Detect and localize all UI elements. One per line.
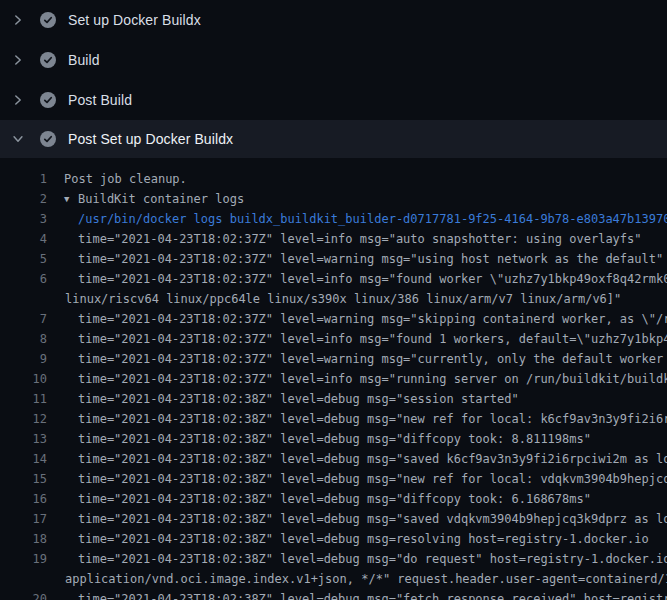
log-line: 5 time="2021-04-23T18:02:37Z" level=warn… bbox=[0, 249, 667, 269]
step-label: Post Set up Docker Buildx bbox=[68, 131, 233, 147]
log-indent bbox=[47, 549, 78, 569]
log-line-text: linux/riscv64 linux/ppc64le linux/s390x … bbox=[65, 289, 621, 309]
log-line-text: time="2021-04-23T18:02:38Z" level=debug … bbox=[78, 589, 667, 600]
log-line-text: time="2021-04-23T18:02:38Z" level=debug … bbox=[78, 509, 667, 529]
log-indent bbox=[47, 249, 78, 269]
log-line-number[interactable]: 17 bbox=[0, 509, 47, 529]
log-indent bbox=[47, 289, 65, 309]
log-line: application/vnd.oci.image.index.v1+json,… bbox=[0, 569, 667, 589]
log-line: 15 time="2021-04-23T18:02:38Z" level=deb… bbox=[0, 469, 667, 489]
log-line: 4 time="2021-04-23T18:02:37Z" level=info… bbox=[0, 229, 667, 249]
log-line-number[interactable]: 11 bbox=[0, 389, 47, 409]
log-line-text: time="2021-04-23T18:02:37Z" level=info m… bbox=[78, 329, 667, 349]
log-line: 3 /usr/bin/docker logs buildx_buildkit_b… bbox=[0, 209, 667, 229]
log-indent bbox=[47, 349, 78, 369]
step-header-row[interactable]: Post Set up Docker Buildx bbox=[0, 120, 667, 158]
log-line-number[interactable]: 10 bbox=[0, 369, 47, 389]
log-line-text: time="2021-04-23T18:02:38Z" level=debug … bbox=[78, 469, 667, 489]
step-label: Set up Docker Buildx bbox=[68, 12, 201, 28]
log-indent bbox=[47, 309, 78, 329]
log-line-number[interactable]: 3 bbox=[0, 209, 47, 229]
log-line-number[interactable]: 15 bbox=[0, 469, 47, 489]
log-line-text: time="2021-04-23T18:02:38Z" level=debug … bbox=[78, 409, 667, 429]
log-line-number[interactable]: 9 bbox=[0, 349, 47, 369]
log-line-text: time="2021-04-23T18:02:37Z" level=info m… bbox=[78, 369, 667, 389]
check-circle-icon bbox=[40, 131, 56, 147]
log-line-number[interactable]: 1 bbox=[0, 169, 47, 189]
log-line-text: application/vnd.oci.image.index.v1+json,… bbox=[65, 569, 667, 589]
check-circle-icon bbox=[40, 12, 56, 28]
log-line-text: time="2021-04-23T18:02:38Z" level=debug … bbox=[78, 489, 591, 509]
log-line-text: time="2021-04-23T18:02:37Z" level=info m… bbox=[78, 269, 667, 289]
log-line-text: time="2021-04-23T18:02:37Z" level=warnin… bbox=[78, 349, 667, 369]
log-line-text: time="2021-04-23T18:02:38Z" level=debug … bbox=[78, 549, 667, 569]
log-line-number[interactable]: 14 bbox=[0, 449, 47, 469]
log-line-text: time="2021-04-23T18:02:38Z" level=debug … bbox=[78, 449, 667, 469]
log-indent bbox=[47, 229, 78, 249]
log-line-text: /usr/bin/docker logs buildx_buildkit_bui… bbox=[78, 209, 667, 229]
log-line: 11 time="2021-04-23T18:02:38Z" level=deb… bbox=[0, 389, 667, 409]
log-line: 18 time="2021-04-23T18:02:38Z" level=deb… bbox=[0, 529, 667, 549]
log-line-number[interactable]: 4 bbox=[0, 229, 47, 249]
log-indent bbox=[47, 529, 78, 549]
log-indent bbox=[47, 509, 78, 529]
group-collapse-icon[interactable]: ▼ bbox=[47, 189, 78, 209]
log-indent bbox=[47, 489, 78, 509]
log-line: 12 time="2021-04-23T18:02:38Z" level=deb… bbox=[0, 409, 667, 429]
log-line-number[interactable]: 20 bbox=[0, 589, 47, 600]
log-line-text: time="2021-04-23T18:02:37Z" level=warnin… bbox=[78, 309, 667, 329]
log-line-text: time="2021-04-23T18:02:38Z" level=debug … bbox=[78, 529, 649, 549]
log-line: 14 time="2021-04-23T18:02:38Z" level=deb… bbox=[0, 449, 667, 469]
step-header-row[interactable]: Build bbox=[0, 40, 667, 80]
step-header-row[interactable]: Post Build bbox=[0, 80, 667, 120]
log-line: 9 time="2021-04-23T18:02:37Z" level=warn… bbox=[0, 349, 667, 369]
log-line-text: Post job cleanup. bbox=[64, 169, 187, 189]
log-indent bbox=[47, 409, 78, 429]
log-line-text: time="2021-04-23T18:02:37Z" level=info m… bbox=[78, 229, 642, 249]
log-line: 8 time="2021-04-23T18:02:37Z" level=info… bbox=[0, 329, 667, 349]
log-line-number[interactable]: 8 bbox=[0, 329, 47, 349]
chevron-right-icon bbox=[10, 52, 26, 68]
log-indent bbox=[47, 209, 78, 229]
log-indent bbox=[47, 429, 78, 449]
log-line-text: time="2021-04-23T18:02:38Z" level=debug … bbox=[78, 429, 591, 449]
log-line-text: BuildKit container logs bbox=[78, 189, 244, 209]
log-indent bbox=[47, 369, 78, 389]
log-line: 19 time="2021-04-23T18:02:38Z" level=deb… bbox=[0, 549, 667, 569]
log-line-text: time="2021-04-23T18:02:38Z" level=debug … bbox=[78, 389, 519, 409]
log-indent bbox=[47, 569, 65, 589]
log-indent bbox=[47, 449, 78, 469]
log-line: 10 time="2021-04-23T18:02:37Z" level=inf… bbox=[0, 369, 667, 389]
log-line-number[interactable]: 2 bbox=[0, 189, 47, 209]
log-line: 20 time="2021-04-23T18:02:38Z" level=deb… bbox=[0, 589, 667, 600]
chevron-right-icon bbox=[10, 92, 26, 108]
log-line-number[interactable]: 6 bbox=[0, 269, 47, 289]
log-indent bbox=[47, 169, 64, 189]
chevron-down-icon bbox=[10, 131, 26, 147]
log-line-number[interactable]: 12 bbox=[0, 409, 47, 429]
log-line: 6 time="2021-04-23T18:02:37Z" level=info… bbox=[0, 269, 667, 289]
log-line-number[interactable]: 5 bbox=[0, 249, 47, 269]
log-line: 17 time="2021-04-23T18:02:38Z" level=deb… bbox=[0, 509, 667, 529]
log-line-number[interactable] bbox=[0, 569, 47, 589]
step-label: Post Build bbox=[68, 92, 132, 108]
log-view: 1 Post job cleanup. 2 ▼ BuildKit contain… bbox=[0, 158, 667, 600]
log-line-number[interactable]: 16 bbox=[0, 489, 47, 509]
log-line: 2 ▼ BuildKit container logs bbox=[0, 189, 667, 209]
check-circle-icon bbox=[40, 92, 56, 108]
log-line-number[interactable] bbox=[0, 289, 47, 309]
check-circle-icon bbox=[40, 52, 56, 68]
step-header-row[interactable]: Set up Docker Buildx bbox=[0, 0, 667, 40]
log-indent bbox=[47, 269, 78, 289]
step-label: Build bbox=[68, 52, 100, 68]
log-line-number[interactable]: 19 bbox=[0, 549, 47, 569]
log-line-number[interactable]: 13 bbox=[0, 429, 47, 449]
log-line-number[interactable]: 18 bbox=[0, 529, 47, 549]
log-indent bbox=[47, 389, 78, 409]
steps-list: Set up Docker Buildx Build P bbox=[0, 0, 667, 158]
chevron-right-icon bbox=[10, 12, 26, 28]
log-line: 1 Post job cleanup. bbox=[0, 169, 667, 189]
log-line-number[interactable]: 7 bbox=[0, 309, 47, 329]
log-line: 7 time="2021-04-23T18:02:37Z" level=warn… bbox=[0, 309, 667, 329]
log-line-text: time="2021-04-23T18:02:37Z" level=warnin… bbox=[78, 249, 663, 269]
